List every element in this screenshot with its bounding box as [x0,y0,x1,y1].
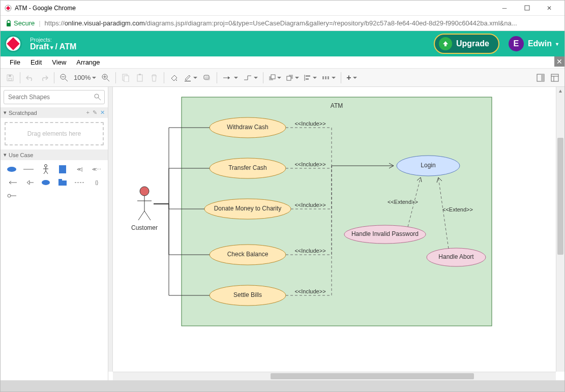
scroll-thumb[interactable] [271,373,474,379]
scratchpad-section-header[interactable]: ▾ Scratchpad + ✎ ✕ [1,107,108,118]
palette-note[interactable] [39,177,53,188]
scratchpad-edit-icon[interactable]: ✎ [93,109,97,116]
usecase-withdraw[interactable]: Withdraw Cash [210,117,286,138]
palette-package[interactable] [56,177,70,188]
shadow-button[interactable] [200,71,214,84]
diagram-svg[interactable]: ATM Customer Withdraw Cash Transfer Cash… [113,87,555,361]
usecase-section-header[interactable]: ▾ Use Case [1,149,108,160]
outline-icon [551,74,559,82]
scratchpad-close-icon[interactable]: ✕ [100,109,105,116]
scratchpad-dropzone[interactable]: Drag elements here [5,122,104,145]
user-menu[interactable]: E Edwin▾ [509,36,558,51]
zoom-out-button[interactable] [57,71,71,84]
usecase-bills[interactable]: Settle Bills [210,285,286,306]
scratchpad-add-icon[interactable]: + [86,109,90,116]
usecase-invalid-password[interactable]: Handle Invalid Password [344,225,426,244]
menu-view[interactable]: View [47,57,71,68]
palette-system-box[interactable] [56,164,70,174]
to-back-button[interactable] [284,74,301,81]
usecase-balance[interactable]: Check Balance [210,245,286,265]
usecase-abort[interactable]: Handle Abort [427,248,486,266]
copy-button[interactable] [119,71,132,84]
save-icon [6,74,14,82]
menu-edit[interactable]: Edit [25,57,47,68]
window-maximize-button[interactable] [516,1,538,15]
extend-label: <<Extend>> [442,206,473,213]
breadcrumb[interactable]: Draft ▾ / ATM [30,43,76,51]
vertical-scrollbar[interactable]: ▲ [556,87,564,372]
usecase-donate[interactable]: Donate Money to Charity [204,199,291,219]
undo-button[interactable] [23,71,37,84]
svg-text:Donate Money to Charity: Donate Money to Charity [214,205,282,212]
svg-text:Withdraw Cash: Withdraw Cash [227,124,268,131]
scroll-thumb[interactable] [557,138,563,255]
align-button[interactable] [302,74,319,81]
svg-line-57 [138,211,144,220]
undo-icon [26,74,34,81]
align-icon [304,74,311,81]
usecase-login[interactable]: Login [397,156,460,176]
svg-text:Handle Invalid Password: Handle Invalid Password [351,230,419,237]
waypoint-style[interactable] [241,75,260,81]
insert-button[interactable]: + [344,73,359,82]
palette-association[interactable] [22,164,36,174]
to-front-button[interactable] [266,74,283,81]
search-icon [94,94,101,101]
palette-required-interface[interactable] [5,191,19,201]
upgrade-button[interactable]: Upgrade [434,34,499,54]
palette-dashed-line[interactable] [73,177,87,188]
svg-rect-2 [525,6,529,10]
svg-rect-33 [551,74,558,81]
zoom-level[interactable]: 100% [72,74,98,81]
svg-point-36 [95,94,99,98]
panel-close-button[interactable]: ✕ [554,56,564,67]
toolbar: 100% + [1,69,564,87]
menu-file[interactable]: File [5,57,25,68]
browser-titlebar: ATM - Google Chrome ─ ✕ [1,1,564,16]
actor-customer[interactable]: Customer [131,187,158,231]
redo-button[interactable] [38,71,51,84]
paste-button[interactable] [133,71,146,84]
logo-icon[interactable] [5,35,22,52]
canvas[interactable]: ATM Customer Withdraw Cash Transfer Cash… [108,87,564,380]
browser-address-bar[interactable]: Secure | https://online.visual-paradigm.… [1,16,564,31]
include-label: <<Include>> [294,202,325,208]
horizontal-scrollbar[interactable] [113,372,556,380]
svg-rect-50 [58,179,62,180]
connection-style[interactable] [220,75,240,81]
palette-dependency[interactable] [5,177,19,188]
outline-panel-toggle[interactable] [548,71,561,84]
delete-button[interactable] [147,71,161,84]
system-label[interactable]: ATM [331,102,343,109]
window-close-button[interactable]: ✕ [538,1,560,15]
scroll-up-icon[interactable]: ▲ [556,88,564,94]
palette-extend[interactable]: ≪⋯ [90,164,104,174]
ruler-splitter[interactable] [108,87,113,372]
to-back-icon [286,74,293,81]
window-minimize-button[interactable]: ─ [493,1,516,15]
search-shapes[interactable] [4,90,105,104]
distribute-button[interactable] [320,75,338,81]
line-color-icon [184,74,192,81]
palette-generalization[interactable] [22,177,36,188]
save-button[interactable] [4,71,17,84]
palette-usecase-ellipse[interactable] [5,164,19,174]
palette-include[interactable]: ≪| [73,164,87,174]
zoom-in-button[interactable] [99,71,112,84]
svg-text:Check Balance: Check Balance [227,251,269,258]
line-color-button[interactable] [182,74,199,81]
format-panel-toggle[interactable] [534,71,547,84]
palette-actor[interactable] [39,164,53,174]
lock-icon [6,20,12,27]
palette-constraint[interactable]: {} [90,177,104,188]
fill-color-button[interactable] [167,71,181,84]
app-header: Projects: Draft ▾ / ATM Upgrade E Edwin▾ [1,31,564,56]
menu-arrange[interactable]: Arrange [71,57,105,68]
svg-line-44 [46,171,48,174]
search-input[interactable] [7,92,94,103]
paste-icon [136,74,143,82]
svg-line-43 [44,171,46,174]
zoom-out-icon [60,74,68,82]
usecase-transfer[interactable]: Transfer Cash [210,158,286,178]
extend-label: <<Extend>> [388,199,418,205]
